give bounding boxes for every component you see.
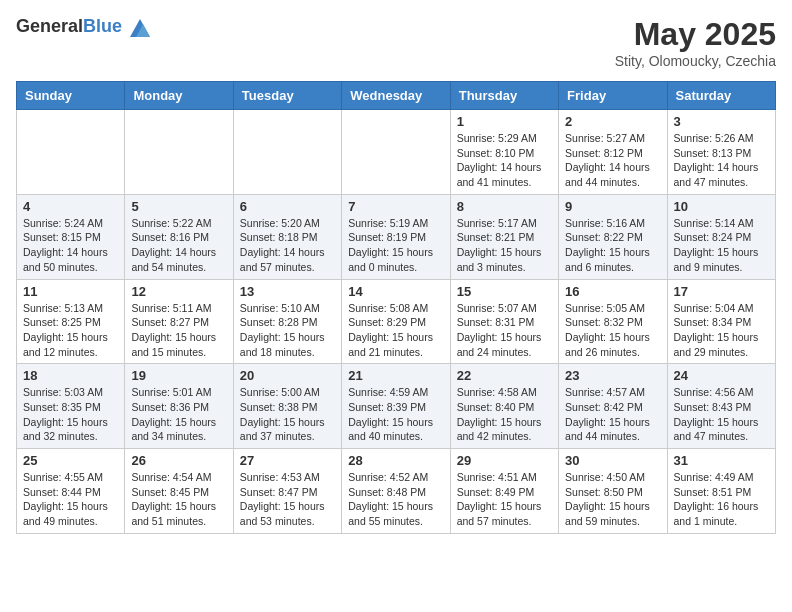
day-info: Sunrise: 4:57 AM Sunset: 8:42 PM Dayligh… <box>565 385 660 444</box>
day-number: 19 <box>131 368 226 383</box>
day-of-week-header: Thursday <box>450 82 558 110</box>
calendar-cell: 12Sunrise: 5:11 AM Sunset: 8:27 PM Dayli… <box>125 279 233 364</box>
calendar-cell <box>125 110 233 195</box>
day-of-week-header: Sunday <box>17 82 125 110</box>
day-info: Sunrise: 5:01 AM Sunset: 8:36 PM Dayligh… <box>131 385 226 444</box>
day-number: 23 <box>565 368 660 383</box>
day-of-week-header: Friday <box>559 82 667 110</box>
day-number: 10 <box>674 199 769 214</box>
day-info: Sunrise: 4:54 AM Sunset: 8:45 PM Dayligh… <box>131 470 226 529</box>
calendar-cell: 8Sunrise: 5:17 AM Sunset: 8:21 PM Daylig… <box>450 194 558 279</box>
calendar-cell: 17Sunrise: 5:04 AM Sunset: 8:34 PM Dayli… <box>667 279 775 364</box>
day-number: 1 <box>457 114 552 129</box>
day-info: Sunrise: 5:07 AM Sunset: 8:31 PM Dayligh… <box>457 301 552 360</box>
day-info: Sunrise: 5:13 AM Sunset: 8:25 PM Dayligh… <box>23 301 118 360</box>
calendar-header-row: SundayMondayTuesdayWednesdayThursdayFrid… <box>17 82 776 110</box>
logo-blue: Blue <box>83 16 122 36</box>
day-number: 17 <box>674 284 769 299</box>
calendar-cell: 2Sunrise: 5:27 AM Sunset: 8:12 PM Daylig… <box>559 110 667 195</box>
calendar-cell: 16Sunrise: 5:05 AM Sunset: 8:32 PM Dayli… <box>559 279 667 364</box>
page-header: GeneralBlue May 2025 Stity, Olomoucky, C… <box>16 16 776 69</box>
day-of-week-header: Saturday <box>667 82 775 110</box>
day-number: 11 <box>23 284 118 299</box>
calendar-cell: 25Sunrise: 4:55 AM Sunset: 8:44 PM Dayli… <box>17 449 125 534</box>
calendar-cell: 14Sunrise: 5:08 AM Sunset: 8:29 PM Dayli… <box>342 279 450 364</box>
day-number: 21 <box>348 368 443 383</box>
calendar-cell: 19Sunrise: 5:01 AM Sunset: 8:36 PM Dayli… <box>125 364 233 449</box>
calendar-cell: 13Sunrise: 5:10 AM Sunset: 8:28 PM Dayli… <box>233 279 341 364</box>
day-info: Sunrise: 4:51 AM Sunset: 8:49 PM Dayligh… <box>457 470 552 529</box>
day-number: 13 <box>240 284 335 299</box>
calendar-cell: 30Sunrise: 4:50 AM Sunset: 8:50 PM Dayli… <box>559 449 667 534</box>
calendar-cell: 24Sunrise: 4:56 AM Sunset: 8:43 PM Dayli… <box>667 364 775 449</box>
day-number: 26 <box>131 453 226 468</box>
day-info: Sunrise: 5:08 AM Sunset: 8:29 PM Dayligh… <box>348 301 443 360</box>
day-number: 3 <box>674 114 769 129</box>
calendar-cell <box>17 110 125 195</box>
day-number: 24 <box>674 368 769 383</box>
day-number: 25 <box>23 453 118 468</box>
calendar-cell: 3Sunrise: 5:26 AM Sunset: 8:13 PM Daylig… <box>667 110 775 195</box>
day-of-week-header: Wednesday <box>342 82 450 110</box>
calendar-table: SundayMondayTuesdayWednesdayThursdayFrid… <box>16 81 776 534</box>
day-info: Sunrise: 5:11 AM Sunset: 8:27 PM Dayligh… <box>131 301 226 360</box>
calendar-cell: 29Sunrise: 4:51 AM Sunset: 8:49 PM Dayli… <box>450 449 558 534</box>
day-number: 14 <box>348 284 443 299</box>
calendar-cell: 5Sunrise: 5:22 AM Sunset: 8:16 PM Daylig… <box>125 194 233 279</box>
calendar-cell: 22Sunrise: 4:58 AM Sunset: 8:40 PM Dayli… <box>450 364 558 449</box>
calendar-cell: 26Sunrise: 4:54 AM Sunset: 8:45 PM Dayli… <box>125 449 233 534</box>
day-info: Sunrise: 5:16 AM Sunset: 8:22 PM Dayligh… <box>565 216 660 275</box>
day-of-week-header: Monday <box>125 82 233 110</box>
day-number: 4 <box>23 199 118 214</box>
day-number: 8 <box>457 199 552 214</box>
day-info: Sunrise: 5:24 AM Sunset: 8:15 PM Dayligh… <box>23 216 118 275</box>
calendar-week-row: 11Sunrise: 5:13 AM Sunset: 8:25 PM Dayli… <box>17 279 776 364</box>
calendar-cell: 9Sunrise: 5:16 AM Sunset: 8:22 PM Daylig… <box>559 194 667 279</box>
logo-icon <box>130 19 150 37</box>
day-info: Sunrise: 4:58 AM Sunset: 8:40 PM Dayligh… <box>457 385 552 444</box>
calendar-cell: 21Sunrise: 4:59 AM Sunset: 8:39 PM Dayli… <box>342 364 450 449</box>
calendar-cell: 31Sunrise: 4:49 AM Sunset: 8:51 PM Dayli… <box>667 449 775 534</box>
calendar-cell <box>233 110 341 195</box>
calendar-cell: 10Sunrise: 5:14 AM Sunset: 8:24 PM Dayli… <box>667 194 775 279</box>
day-info: Sunrise: 5:00 AM Sunset: 8:38 PM Dayligh… <box>240 385 335 444</box>
day-info: Sunrise: 5:22 AM Sunset: 8:16 PM Dayligh… <box>131 216 226 275</box>
day-info: Sunrise: 4:49 AM Sunset: 8:51 PM Dayligh… <box>674 470 769 529</box>
day-info: Sunrise: 4:56 AM Sunset: 8:43 PM Dayligh… <box>674 385 769 444</box>
day-number: 31 <box>674 453 769 468</box>
calendar-week-row: 25Sunrise: 4:55 AM Sunset: 8:44 PM Dayli… <box>17 449 776 534</box>
day-info: Sunrise: 5:27 AM Sunset: 8:12 PM Dayligh… <box>565 131 660 190</box>
calendar-cell: 20Sunrise: 5:00 AM Sunset: 8:38 PM Dayli… <box>233 364 341 449</box>
day-info: Sunrise: 5:10 AM Sunset: 8:28 PM Dayligh… <box>240 301 335 360</box>
calendar-cell: 6Sunrise: 5:20 AM Sunset: 8:18 PM Daylig… <box>233 194 341 279</box>
day-number: 18 <box>23 368 118 383</box>
day-info: Sunrise: 4:52 AM Sunset: 8:48 PM Dayligh… <box>348 470 443 529</box>
logo: GeneralBlue <box>16 16 150 37</box>
day-number: 22 <box>457 368 552 383</box>
day-info: Sunrise: 5:05 AM Sunset: 8:32 PM Dayligh… <box>565 301 660 360</box>
day-info: Sunrise: 4:50 AM Sunset: 8:50 PM Dayligh… <box>565 470 660 529</box>
day-number: 2 <box>565 114 660 129</box>
calendar-cell: 1Sunrise: 5:29 AM Sunset: 8:10 PM Daylig… <box>450 110 558 195</box>
day-info: Sunrise: 5:29 AM Sunset: 8:10 PM Dayligh… <box>457 131 552 190</box>
day-info: Sunrise: 5:14 AM Sunset: 8:24 PM Dayligh… <box>674 216 769 275</box>
day-number: 6 <box>240 199 335 214</box>
day-number: 15 <box>457 284 552 299</box>
calendar-cell: 28Sunrise: 4:52 AM Sunset: 8:48 PM Dayli… <box>342 449 450 534</box>
day-info: Sunrise: 5:17 AM Sunset: 8:21 PM Dayligh… <box>457 216 552 275</box>
day-number: 29 <box>457 453 552 468</box>
day-number: 30 <box>565 453 660 468</box>
calendar-cell: 4Sunrise: 5:24 AM Sunset: 8:15 PM Daylig… <box>17 194 125 279</box>
day-number: 7 <box>348 199 443 214</box>
day-number: 28 <box>348 453 443 468</box>
day-info: Sunrise: 5:26 AM Sunset: 8:13 PM Dayligh… <box>674 131 769 190</box>
title-section: May 2025 Stity, Olomoucky, Czechia <box>615 16 776 69</box>
calendar-cell: 7Sunrise: 5:19 AM Sunset: 8:19 PM Daylig… <box>342 194 450 279</box>
location-subtitle: Stity, Olomoucky, Czechia <box>615 53 776 69</box>
calendar-cell: 15Sunrise: 5:07 AM Sunset: 8:31 PM Dayli… <box>450 279 558 364</box>
day-number: 12 <box>131 284 226 299</box>
calendar-cell <box>342 110 450 195</box>
day-info: Sunrise: 5:04 AM Sunset: 8:34 PM Dayligh… <box>674 301 769 360</box>
calendar-cell: 23Sunrise: 4:57 AM Sunset: 8:42 PM Dayli… <box>559 364 667 449</box>
day-info: Sunrise: 4:55 AM Sunset: 8:44 PM Dayligh… <box>23 470 118 529</box>
